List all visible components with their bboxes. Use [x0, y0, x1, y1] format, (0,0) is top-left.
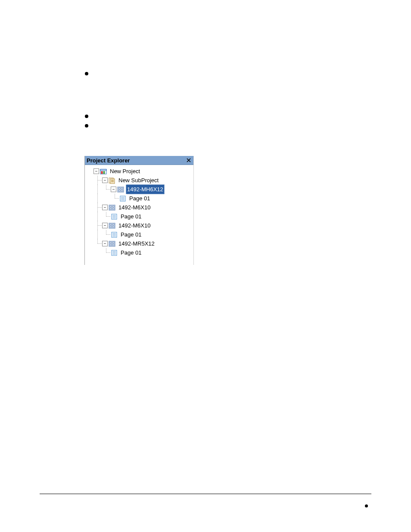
page-icon — [119, 195, 126, 202]
bullet-icon — [85, 115, 88, 118]
card-icon — [117, 186, 124, 193]
project-explorer-panel: Project Explorer New Project New SubProj… — [84, 156, 194, 265]
svg-rect-13 — [121, 190, 123, 191]
tree-label: Page 01 — [119, 230, 143, 240]
bullet-icon — [365, 504, 368, 507]
svg-rect-40 — [112, 244, 114, 246]
tree-item-subproject[interactable]: New SubProject — [85, 176, 193, 185]
svg-rect-11 — [121, 188, 123, 189]
card-icon — [109, 240, 115, 247]
tree-item-page[interactable]: Page 01 — [85, 212, 193, 221]
panel-title: Project Explorer — [87, 157, 130, 164]
expander-icon[interactable] — [111, 187, 116, 192]
tree-item-page[interactable]: Page 01 — [85, 230, 193, 239]
svg-rect-21 — [110, 208, 112, 209]
subproject-icon — [109, 177, 115, 184]
expander-icon[interactable] — [102, 177, 108, 183]
bullet-icon — [85, 72, 88, 75]
tree-label: Page 01 — [128, 193, 151, 203]
svg-rect-38 — [112, 242, 114, 243]
svg-rect-1 — [100, 169, 106, 171]
tree-label: Page 01 — [119, 212, 143, 221]
page-icon — [111, 213, 118, 220]
tree-label: 1492-M6X10 — [117, 202, 152, 212]
svg-rect-3 — [103, 171, 105, 174]
expander-icon[interactable] — [93, 168, 99, 174]
footer-divider — [40, 494, 371, 494]
svg-rect-19 — [110, 206, 112, 207]
svg-rect-29 — [112, 224, 114, 225]
tree-item-page[interactable]: Page 01 — [85, 248, 193, 257]
svg-rect-20 — [112, 206, 114, 207]
tree-label: New SubProject — [117, 175, 160, 185]
bullet-icon — [85, 124, 88, 128]
expander-icon[interactable] — [102, 205, 108, 210]
tree-item-card[interactable]: 1492-M6X10 — [85, 221, 193, 230]
card-icon — [109, 204, 115, 211]
tree-item-card-selected[interactable]: 1492-MH6X12 — [85, 185, 193, 194]
svg-rect-30 — [110, 226, 112, 227]
svg-rect-10 — [118, 188, 120, 189]
tree-item-card[interactable]: 1492-MR5X12 — [85, 239, 193, 248]
page-icon — [111, 249, 118, 256]
svg-rect-22 — [112, 208, 114, 209]
close-icon[interactable] — [186, 157, 192, 163]
panel-header: Project Explorer — [85, 156, 193, 165]
svg-rect-37 — [110, 242, 112, 243]
tree-item-project[interactable]: New Project — [85, 167, 193, 176]
svg-rect-28 — [110, 224, 112, 225]
tree-label: New Project — [109, 166, 141, 176]
tree-label: 1492-MR5X12 — [117, 239, 156, 249]
tree-label: 1492-M6X10 — [117, 221, 152, 230]
svg-rect-31 — [112, 226, 114, 227]
page-icon — [111, 231, 118, 238]
svg-rect-12 — [118, 190, 120, 191]
tree-label: 1492-MH6X12 — [126, 184, 165, 194]
project-icon — [100, 168, 107, 175]
card-icon — [109, 222, 115, 229]
expander-icon[interactable] — [102, 223, 108, 228]
svg-rect-39 — [110, 244, 112, 246]
tree-item-page[interactable]: Page 01 — [85, 194, 193, 203]
expander-icon[interactable] — [102, 241, 108, 246]
tree-view[interactable]: New Project New SubProject 1492-MH6X12 — [85, 165, 193, 265]
svg-rect-2 — [101, 171, 103, 174]
tree-item-card[interactable]: 1492-M6X10 — [85, 203, 193, 212]
tree-label: Page 01 — [119, 248, 143, 258]
